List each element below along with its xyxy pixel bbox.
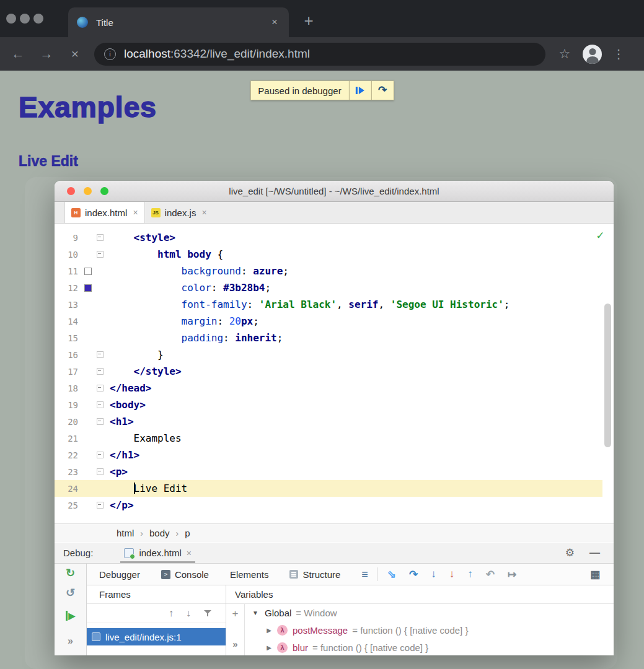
- step-over-button[interactable]: ↷: [371, 81, 394, 100]
- code-line[interactable]: 9 <style>: [55, 229, 602, 246]
- hide-panel-icon[interactable]: —: [589, 547, 600, 559]
- breadcrumb-item[interactable]: body: [149, 528, 170, 538]
- code-text: Examples: [104, 432, 182, 444]
- code-token: ;: [504, 299, 510, 310]
- reset-icon[interactable]: ↺: [55, 586, 86, 600]
- close-tab-icon[interactable]: ×: [201, 208, 206, 217]
- ide-close-button[interactable]: [67, 187, 75, 195]
- new-tab-button[interactable]: +: [298, 10, 320, 32]
- code-line[interactable]: 22</h1>: [55, 447, 602, 463]
- tab-index-js[interactable]: JS index.js ×: [145, 202, 213, 223]
- avatar-head: [589, 48, 596, 55]
- fold-icon[interactable]: [97, 368, 104, 375]
- fold-icon[interactable]: [97, 452, 104, 458]
- fold-icon[interactable]: [97, 418, 104, 425]
- color-swatch[interactable]: [84, 268, 92, 275]
- breadcrumb-item[interactable]: p: [185, 528, 190, 538]
- tool-tab-console[interactable]: >Console: [161, 569, 209, 580]
- variable-value: = Window: [296, 608, 337, 618]
- more-icon[interactable]: »: [55, 636, 86, 647]
- code-line[interactable]: 17 </style>: [55, 363, 602, 380]
- code-line[interactable]: 18</head>: [55, 380, 602, 396]
- back-button[interactable]: ←: [4, 46, 32, 61]
- rerun-icon[interactable]: ↻: [55, 566, 86, 580]
- previous-frame-icon[interactable]: ↑: [169, 608, 174, 619]
- address-bar[interactable]: i localhost:63342/live_edit/index.html: [94, 43, 545, 66]
- step-out-icon[interactable]: ↑: [467, 568, 473, 580]
- filter-funnel-icon[interactable]: [203, 609, 212, 618]
- frame-item-selected[interactable]: live_edit/index.js:1: [87, 628, 226, 645]
- resume-icon[interactable]: ▶: [55, 611, 86, 621]
- code-line[interactable]: 11 background: azure;: [55, 263, 602, 279]
- ide-zoom-button[interactable]: [100, 187, 108, 195]
- stop-button[interactable]: ×: [61, 46, 89, 61]
- expand-icon[interactable]: ▶: [265, 644, 273, 651]
- run-to-cursor-icon[interactable]: ↦: [508, 568, 516, 581]
- code-token: }: [110, 349, 164, 361]
- threads-menu-icon[interactable]: ≡: [361, 568, 368, 581]
- fold-icon[interactable]: [97, 351, 104, 358]
- profile-avatar[interactable]: [583, 45, 602, 64]
- editor-scrollbar[interactable]: [604, 304, 611, 447]
- next-frame-icon[interactable]: ↓: [186, 608, 191, 619]
- fold-icon[interactable]: [97, 234, 104, 241]
- code-line[interactable]: 19<body>: [55, 396, 602, 413]
- code-line[interactable]: 23<p>: [55, 463, 602, 480]
- site-info-icon[interactable]: i: [104, 48, 116, 60]
- tab-index-html[interactable]: H index.html ×: [64, 202, 145, 223]
- variable-value: = function () { [native code] }: [312, 642, 428, 653]
- code-line[interactable]: 13 font-family: 'Arial Black', serif, 'S…: [55, 296, 602, 313]
- drop-frame-icon[interactable]: ↶: [486, 568, 495, 581]
- code-token: 20: [229, 315, 241, 327]
- code-line[interactable]: 15 padding: inherit;: [55, 330, 602, 346]
- code-line[interactable]: 25</p>: [55, 497, 602, 514]
- code-line[interactable]: 12 color: #3b28b4;: [55, 279, 602, 296]
- code-line[interactable]: 16 }: [55, 346, 602, 363]
- expand-icon[interactable]: ▶: [265, 627, 273, 634]
- step-over-icon[interactable]: ↷: [409, 568, 418, 581]
- tool-tab-label: Elements: [230, 569, 269, 580]
- variable-row[interactable]: ▼Global= Window: [245, 604, 614, 621]
- browser-menu-icon[interactable]: ⋮: [609, 46, 628, 61]
- variable-row[interactable]: ▶λpostMessage= function () { [native cod…: [245, 621, 614, 639]
- forward-button[interactable]: →: [32, 46, 61, 61]
- code-text: margin: 20px;: [104, 315, 259, 327]
- fold-icon[interactable]: [97, 401, 104, 408]
- close-tab-icon[interactable]: ×: [133, 208, 138, 217]
- code-editor[interactable]: 9 <style>10 html body {11 background: az…: [55, 224, 614, 523]
- layout-grid-icon[interactable]: ▦: [590, 568, 600, 581]
- tab-close-icon[interactable]: ×: [269, 16, 280, 28]
- show-execution-point-icon[interactable]: ⇘: [387, 568, 396, 581]
- step-into-icon[interactable]: ↓: [431, 568, 436, 580]
- fold-icon[interactable]: [97, 468, 104, 475]
- debug-session-tab[interactable]: index.html ×: [120, 543, 195, 563]
- settings-gear-icon[interactable]: ⚙: [565, 546, 575, 559]
- window-zoom-button[interactable]: [33, 14, 43, 24]
- window-close-button[interactable]: [6, 14, 16, 24]
- code-line[interactable]: 20<h1>: [55, 413, 602, 430]
- fold-icon[interactable]: [97, 502, 104, 509]
- force-step-into-icon[interactable]: ↓: [449, 568, 455, 580]
- expand-icon[interactable]: ▼: [251, 610, 260, 616]
- ide-minimize-button[interactable]: [84, 187, 92, 195]
- code-line[interactable]: 10 html body {: [55, 246, 602, 263]
- window-minimize-button[interactable]: [20, 14, 30, 24]
- fold-icon[interactable]: [97, 251, 104, 258]
- add-watch-icon[interactable]: +: [232, 608, 239, 620]
- tool-tab-elements[interactable]: Elements: [230, 569, 269, 580]
- line-number: 13: [55, 300, 78, 310]
- more-chevrons-icon[interactable]: »: [232, 639, 237, 649]
- code-line[interactable]: 14 margin: 20px;: [55, 313, 602, 330]
- resume-script-button[interactable]: [349, 81, 371, 100]
- browser-tab[interactable]: Title ×: [68, 7, 289, 37]
- close-debug-tab-icon[interactable]: ×: [187, 548, 192, 558]
- variable-row[interactable]: ▶λblur= function () { [native code] }: [245, 639, 614, 655]
- tool-tab-debugger[interactable]: Debugger: [99, 569, 140, 580]
- bookmark-star-icon[interactable]: ☆: [554, 46, 575, 61]
- code-line[interactable]: 21 Examples: [55, 430, 602, 447]
- breadcrumb-item[interactable]: html: [117, 528, 134, 538]
- code-line[interactable]: 24 Live Edit: [55, 480, 602, 497]
- color-swatch[interactable]: [84, 284, 92, 292]
- fold-icon[interactable]: [97, 385, 104, 391]
- tool-tab-structure[interactable]: Structure: [289, 569, 340, 580]
